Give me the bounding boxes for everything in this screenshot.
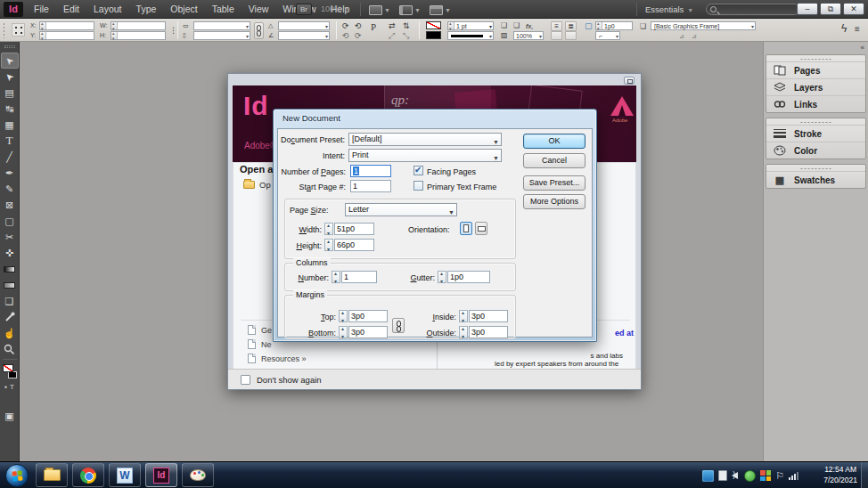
- column-number-spinner[interactable]: [332, 271, 340, 283]
- style-override-icon[interactable]: ⊿: [679, 32, 684, 41]
- fill-color-swatch[interactable]: [426, 31, 441, 39]
- direct-selection-tool[interactable]: ➤: [1, 69, 19, 85]
- corner-radius-input[interactable]: 1p0: [595, 21, 633, 30]
- screen-mode-toggle[interactable]: ▣: [1, 408, 19, 424]
- save-preset-button[interactable]: Save Preset...: [523, 175, 585, 191]
- spinner-icon[interactable]: [111, 32, 118, 39]
- free-transform-tool[interactable]: ✜: [1, 245, 19, 261]
- corner-options-icon[interactable]: ❏: [501, 21, 507, 30]
- expand-panels-icon[interactable]: «: [861, 44, 864, 52]
- column-number-input[interactable]: [341, 271, 377, 283]
- margin-top-input[interactable]: [348, 310, 388, 322]
- pencil-tool[interactable]: ✎: [1, 181, 19, 197]
- margin-top-spinner[interactable]: [339, 310, 348, 322]
- orientation-landscape-button[interactable]: [475, 222, 487, 235]
- fill-stroke-indicator[interactable]: [3, 364, 17, 378]
- flip-diagonal2-icon[interactable]: ⤡: [403, 31, 409, 40]
- wrap-none-button[interactable]: ≡: [551, 21, 562, 31]
- eyedropper-tool[interactable]: [1, 309, 19, 325]
- shear-angle-combo[interactable]: [278, 31, 330, 40]
- wrap-jump-button[interactable]: [565, 31, 577, 40]
- style-clear-icon[interactable]: ⊿: [692, 32, 697, 41]
- ok-button[interactable]: OK: [523, 134, 585, 149]
- taskbar-word-button[interactable]: W: [109, 463, 141, 487]
- content-collector-tool[interactable]: ▦: [1, 117, 19, 133]
- panel-button-layers[interactable]: Layers: [766, 78, 865, 95]
- height-input[interactable]: [111, 31, 166, 40]
- rotate-90-icon[interactable]: ⟳: [355, 31, 362, 40]
- page-tool[interactable]: ▤: [1, 85, 19, 101]
- spinner-icon[interactable]: [40, 22, 46, 29]
- tools-panel-grip[interactable]: [4, 45, 15, 48]
- spinner-icon[interactable]: [596, 22, 602, 29]
- zoom-level-dropdown[interactable]: 100%▼: [321, 4, 351, 15]
- workspace-switcher[interactable]: Essentials▼: [645, 0, 693, 20]
- menu-edit[interactable]: Edit: [56, 0, 86, 19]
- taskbar-chrome-button[interactable]: [72, 463, 104, 487]
- gradient-feather-tool[interactable]: [1, 277, 19, 293]
- stroke-color-swatch-none[interactable]: [426, 21, 441, 29]
- close-button[interactable]: ✕: [843, 3, 864, 15]
- gutter-input[interactable]: [447, 271, 490, 283]
- margin-outside-input[interactable]: [469, 326, 508, 338]
- number-of-pages-input[interactable]: 1: [350, 165, 391, 177]
- height-input[interactable]: [334, 239, 374, 251]
- cancel-button[interactable]: Cancel: [523, 153, 585, 168]
- wrap-bounding-box-button[interactable]: ≣: [565, 21, 577, 31]
- margin-bottom-spinner[interactable]: [339, 326, 348, 338]
- reference-point-selector[interactable]: [12, 23, 25, 37]
- margin-bottom-input[interactable]: [348, 326, 388, 338]
- control-bar-grip[interactable]: [3, 22, 6, 38]
- width-input[interactable]: [111, 21, 166, 30]
- tray-security-icon[interactable]: [760, 470, 771, 481]
- flip-horizontal-icon[interactable]: ⇄: [389, 21, 396, 30]
- rotation-angle-combo[interactable]: [278, 21, 330, 30]
- transparency-icon[interactable]: ▨: [501, 31, 508, 40]
- resources-link[interactable]: Resources »: [261, 354, 307, 363]
- stroke-type-combo[interactable]: [447, 31, 494, 40]
- facing-pages-checkbox[interactable]: [414, 166, 423, 175]
- community-link-fragment[interactable]: ed at: [615, 329, 634, 338]
- spinner-icon[interactable]: [448, 22, 454, 29]
- formatting-affects-buttons[interactable]: ▪T: [1, 381, 19, 392]
- search-input[interactable]: [706, 4, 800, 15]
- tray-app-icon[interactable]: [702, 470, 714, 482]
- volume-icon[interactable]: [732, 472, 738, 479]
- wrap-object-button[interactable]: [551, 31, 562, 40]
- height-spinner[interactable]: [324, 239, 333, 251]
- type-tool[interactable]: T: [1, 133, 19, 149]
- show-desktop-button[interactable]: [861, 462, 868, 488]
- object-style-combo[interactable]: [Basic Graphics Frame]: [651, 21, 756, 30]
- spinner-icon[interactable]: [111, 22, 118, 29]
- network-signal-icon[interactable]: [789, 471, 798, 480]
- constrain-dimensions-icon[interactable]: ⋮: [169, 26, 177, 35]
- panel-button-pages[interactable]: Pages: [766, 61, 865, 78]
- tray-clipboard-icon[interactable]: [718, 470, 727, 481]
- new-features-link[interactable]: Ne: [261, 340, 272, 349]
- taskbar-paint-button[interactable]: [182, 463, 214, 487]
- rotate-180-icon[interactable]: ⟲: [342, 31, 349, 40]
- start-page-input[interactable]: [350, 180, 391, 192]
- scale-x-combo[interactable]: [193, 21, 250, 30]
- line-tool[interactable]: ╱: [1, 149, 19, 165]
- bridge-button[interactable]: Br: [296, 4, 312, 15]
- flip-diagonal-icon[interactable]: ⤢: [389, 31, 395, 40]
- arrange-documents-button[interactable]: ▼: [430, 4, 451, 16]
- constrain-scale-link-button[interactable]: [254, 22, 264, 39]
- rotate-cw-icon[interactable]: ⟳: [342, 21, 349, 30]
- drop-shadow-icon[interactable]: ❏: [513, 21, 520, 30]
- selection-tool[interactable]: ➤: [1, 53, 19, 69]
- gutter-spinner[interactable]: [438, 271, 446, 283]
- taskbar-explorer-button[interactable]: [36, 463, 68, 487]
- panel-button-color[interactable]: Color: [766, 142, 865, 159]
- margin-outside-spinner[interactable]: [459, 326, 468, 338]
- gradient-swatch-tool[interactable]: [1, 261, 19, 277]
- gap-tool[interactable]: ↹: [1, 101, 19, 117]
- minimize-button[interactable]: –: [797, 3, 818, 15]
- scissors-tool[interactable]: ✂: [1, 229, 19, 245]
- panel-button-links[interactable]: Links: [766, 95, 865, 112]
- margin-inside-input[interactable]: [469, 310, 508, 322]
- menu-table[interactable]: Table: [205, 0, 242, 19]
- margin-inside-spinner[interactable]: [459, 310, 468, 322]
- tray-utorrent-icon[interactable]: [744, 470, 756, 482]
